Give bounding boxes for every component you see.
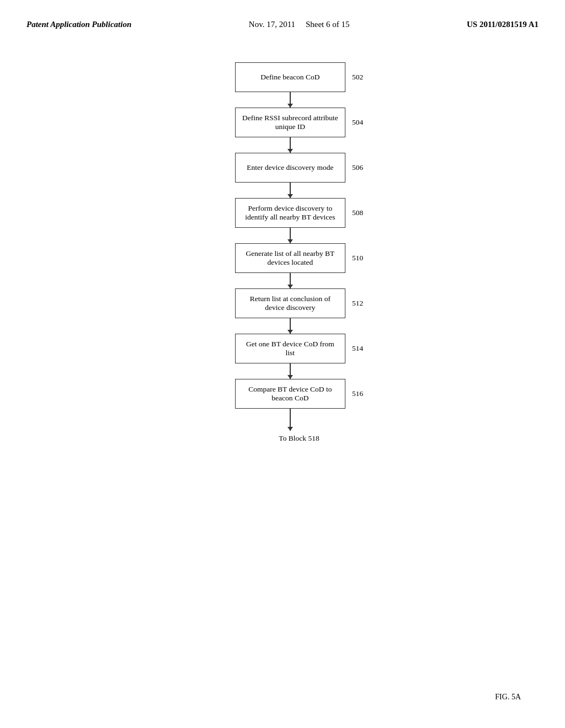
flow-box-504: Define RSSI subrecord attribute unique I… bbox=[235, 108, 345, 137]
step-row-514: Get one BT device CoD from list514 bbox=[235, 334, 363, 363]
arrow-down-510 bbox=[290, 273, 291, 288]
step-label-506: 506 bbox=[352, 163, 363, 172]
flow-box-512: Return list at conclusion of device disc… bbox=[235, 288, 345, 318]
flow-box-514: Get one BT device CoD from list bbox=[235, 334, 345, 363]
publication-title: Patent Application Publication bbox=[26, 20, 131, 29]
publication-date-sheet: Nov. 17, 2011 Sheet 6 of 15 bbox=[249, 20, 350, 29]
step-label-516: 516 bbox=[352, 389, 363, 398]
step-label-512: 512 bbox=[352, 299, 363, 308]
final-arrow-down bbox=[290, 409, 291, 431]
arrow-down-502 bbox=[290, 92, 291, 108]
page-header: Patent Application Publication Nov. 17, … bbox=[0, 0, 565, 29]
sheet-info: Sheet 6 of 15 bbox=[306, 20, 350, 29]
arrow-down-512 bbox=[290, 318, 291, 334]
step-label-508: 508 bbox=[352, 208, 363, 217]
arrow-down-506 bbox=[290, 183, 291, 198]
arrow-508 bbox=[235, 228, 345, 243]
arrow-512 bbox=[235, 318, 345, 334]
flowchart: Define beacon CoD502Define RSSI subrecor… bbox=[235, 62, 363, 431]
step-label-504: 504 bbox=[352, 118, 363, 127]
arrow-504 bbox=[235, 137, 345, 153]
step-row-512: Return list at conclusion of device disc… bbox=[235, 288, 363, 318]
step-row-504: Define RSSI subrecord attribute unique I… bbox=[235, 108, 363, 137]
arrow-502 bbox=[235, 92, 345, 108]
to-block-wrapper: To Block 518 bbox=[227, 431, 371, 443]
arrow-down-514 bbox=[290, 363, 291, 379]
flow-box-510: Generate list of all nearby BT devices l… bbox=[235, 243, 345, 273]
figure-label: FIG. 5A bbox=[495, 693, 521, 702]
step-row-510: Generate list of all nearby BT devices l… bbox=[235, 243, 363, 273]
arrow-506 bbox=[235, 183, 345, 198]
step-label-514: 514 bbox=[352, 344, 363, 353]
step-row-516: Compare BT device CoD to beacon CoD516 bbox=[235, 379, 363, 409]
to-block-label: To Block 518 bbox=[227, 434, 371, 443]
diagram-area: Define beacon CoD502Define RSSI subrecor… bbox=[0, 29, 565, 443]
flow-box-502: Define beacon CoD bbox=[235, 62, 345, 92]
final-arrow bbox=[235, 409, 345, 431]
arrow-510 bbox=[235, 273, 345, 288]
flow-box-506: Enter device discovery mode bbox=[235, 153, 345, 183]
flow-box-508: Perform device discovery to identify all… bbox=[235, 198, 345, 228]
arrow-down-504 bbox=[290, 137, 291, 153]
step-row-506: Enter device discovery mode506 bbox=[235, 153, 363, 183]
patent-number: US 2011/0281519 A1 bbox=[467, 20, 539, 29]
arrow-514 bbox=[235, 363, 345, 379]
flow-box-516: Compare BT device CoD to beacon CoD bbox=[235, 379, 345, 409]
step-label-502: 502 bbox=[352, 73, 363, 82]
publication-date: Nov. 17, 2011 bbox=[249, 20, 295, 29]
arrow-down-508 bbox=[290, 228, 291, 243]
step-row-508: Perform device discovery to identify all… bbox=[235, 198, 363, 228]
step-row-502: Define beacon CoD502 bbox=[235, 62, 363, 92]
step-label-510: 510 bbox=[352, 254, 363, 263]
